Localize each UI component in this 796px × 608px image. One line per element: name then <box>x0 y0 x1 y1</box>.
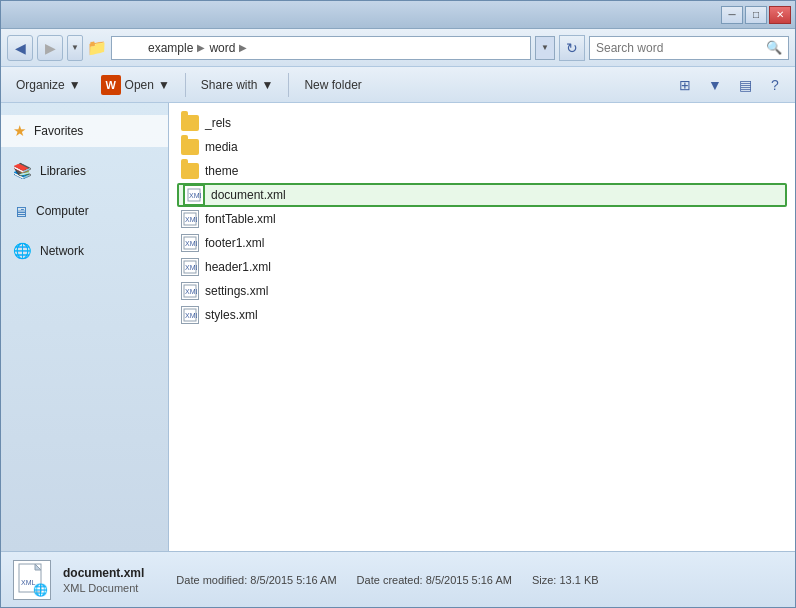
nav-dropdown-button[interactable]: ▼ <box>67 35 83 61</box>
computer-icon: 🖥 <box>13 203 28 220</box>
svg-text:XML: XML <box>185 216 197 223</box>
globe-icon: 🌐 <box>33 583 48 597</box>
computer-label: Computer <box>36 204 89 218</box>
organize-label: Organize <box>16 78 65 92</box>
libraries-section: 📚 Libraries <box>1 151 168 191</box>
open-button[interactable]: W Open ▼ <box>92 71 179 99</box>
network-icon: 🌐 <box>13 242 32 260</box>
list-item[interactable]: XML footer1.xml <box>177 231 787 255</box>
status-file-icon: XML 🌐 <box>13 560 51 600</box>
file-name: settings.xml <box>205 284 268 298</box>
xml-icon: XML <box>181 306 199 324</box>
status-date-created: Date created: 8/5/2015 5:16 AM <box>357 574 512 586</box>
xml-icon-selected: XML <box>183 184 205 206</box>
open-label: Open <box>125 78 154 92</box>
favorites-label: Favorites <box>34 124 83 138</box>
organize-button[interactable]: Organize ▼ <box>7 71 90 99</box>
search-box[interactable]: 🔍 <box>589 36 789 60</box>
svg-text:XML: XML <box>189 192 201 199</box>
sidebar-item-libraries[interactable]: 📚 Libraries <box>1 155 168 187</box>
libraries-icon: 📚 <box>13 162 32 180</box>
file-name: fontTable.xml <box>205 212 276 226</box>
help-button[interactable]: ? <box>761 71 789 99</box>
computer-section: 🖥 Computer <box>1 191 168 231</box>
sidebar-item-network[interactable]: 🌐 Network <box>1 235 168 267</box>
refresh-button[interactable]: ↻ <box>559 35 585 61</box>
back-button[interactable]: ◀ <box>7 35 33 61</box>
address-bar: ◀ ▶ ▼ 📁 _rels example ▶ word ▶ ▼ ↻ 🔍 <box>1 29 795 67</box>
svg-text:XML: XML <box>185 240 197 247</box>
file-list: _rels media theme XML document.xml <box>169 103 795 551</box>
xml-icon: XML <box>181 258 199 276</box>
list-item[interactable]: media <box>177 135 787 159</box>
share-label: Share with <box>201 78 258 92</box>
search-input[interactable] <box>596 41 766 55</box>
view-dropdown-button[interactable]: ▼ <box>701 71 729 99</box>
file-name: document.xml <box>211 188 286 202</box>
file-name: _rels <box>205 116 231 130</box>
svg-text:XML: XML <box>185 288 197 295</box>
path-example-label: example <box>148 41 193 55</box>
status-info: document.xml XML Document <box>63 566 144 594</box>
minimize-button[interactable]: ─ <box>721 6 743 24</box>
date-modified-value: 8/5/2015 5:16 AM <box>250 574 336 586</box>
share-button[interactable]: Share with ▼ <box>192 71 283 99</box>
main-area: ★ Favorites 📚 Libraries 🖥 Computer 🌐 <box>1 103 795 551</box>
file-name: header1.xml <box>205 260 271 274</box>
address-path[interactable]: _rels example ▶ word ▶ <box>111 36 531 60</box>
list-item[interactable]: XML styles.xml <box>177 303 787 327</box>
sidebar-item-favorites[interactable]: ★ Favorites <box>1 115 168 147</box>
status-date-modified: Date modified: 8/5/2015 5:16 AM <box>176 574 336 586</box>
xml-icon: XML <box>181 234 199 252</box>
new-folder-button[interactable]: New folder <box>295 71 370 99</box>
status-bar: XML 🌐 document.xml XML Document Date mod… <box>1 551 795 607</box>
size-label: Size: <box>532 574 556 586</box>
list-item[interactable]: _rels <box>177 111 787 135</box>
favorites-section: ★ Favorites <box>1 111 168 151</box>
path-root: _rels <box>118 41 144 55</box>
size-value: 13.1 KB <box>559 574 598 586</box>
status-filetype: XML Document <box>63 582 144 594</box>
path-arrow-1: ▶ <box>197 42 205 53</box>
list-item[interactable]: XML settings.xml <box>177 279 787 303</box>
status-meta: Date modified: 8/5/2015 5:16 AM Date cre… <box>176 574 598 586</box>
share-dropdown-icon: ▼ <box>262 78 274 92</box>
view-button[interactable]: ⊞ <box>671 71 699 99</box>
address-folder-icon: 📁 <box>87 38 107 57</box>
title-bar-buttons: ─ □ ✕ <box>721 6 791 24</box>
close-button[interactable]: ✕ <box>769 6 791 24</box>
open-dropdown-icon: ▼ <box>158 78 170 92</box>
date-modified-label: Date modified: <box>176 574 247 586</box>
svg-text:XML: XML <box>185 264 197 271</box>
search-icon[interactable]: 🔍 <box>766 40 782 55</box>
office-icon: W <box>101 75 121 95</box>
forward-button[interactable]: ▶ <box>37 35 63 61</box>
status-size: Size: 13.1 KB <box>532 574 599 586</box>
sidebar-item-computer[interactable]: 🖥 Computer <box>1 195 168 227</box>
date-created-value: 8/5/2015 5:16 AM <box>426 574 512 586</box>
star-icon: ★ <box>13 122 26 140</box>
folder-icon <box>181 115 199 131</box>
pane-button[interactable]: ▤ <box>731 71 759 99</box>
xml-icon: XML <box>181 282 199 300</box>
address-dropdown-button[interactable]: ▼ <box>535 36 555 60</box>
view-icons: ⊞ ▼ ▤ ? <box>671 71 789 99</box>
list-item-document-xml[interactable]: XML document.xml <box>177 183 787 207</box>
network-section: 🌐 Network <box>1 231 168 271</box>
organize-dropdown-icon: ▼ <box>69 78 81 92</box>
list-item[interactable]: XML fontTable.xml <box>177 207 787 231</box>
title-bar: ─ □ ✕ <box>1 1 795 29</box>
folder-icon <box>181 163 199 179</box>
status-filename: document.xml <box>63 566 144 580</box>
file-name: theme <box>205 164 238 178</box>
date-created-label: Date created: <box>357 574 423 586</box>
list-item[interactable]: theme <box>177 159 787 183</box>
network-label: Network <box>40 244 84 258</box>
toolbar-separator-1 <box>185 73 186 97</box>
maximize-button[interactable]: □ <box>745 6 767 24</box>
list-item[interactable]: XML header1.xml <box>177 255 787 279</box>
xml-icon: XML <box>181 210 199 228</box>
file-name: footer1.xml <box>205 236 264 250</box>
svg-text:XML: XML <box>185 312 197 319</box>
toolbar-separator-2 <box>288 73 289 97</box>
